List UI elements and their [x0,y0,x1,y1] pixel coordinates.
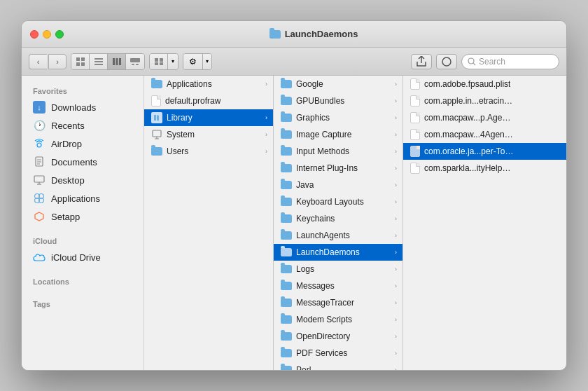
sidebar-item-icloud-drive-label: iCloud Drive [51,252,101,263]
sidebar-item-documents[interactable]: Documents [24,153,141,171]
action-button[interactable]: ⚙ ▾ [183,53,212,70]
search-placeholder: Search [479,57,505,67]
col2-internet-plug-ins[interactable]: Internet Plug-Ins › [274,160,402,177]
folder-icon [281,349,292,357]
svg-rect-3 [81,62,85,66]
tag-button[interactable] [436,54,457,69]
chevron-right-icon: › [395,215,397,222]
chevron-right-icon: › [395,131,397,138]
folder-icon [281,265,292,273]
traffic-lights [30,30,64,39]
folder-icon [281,198,292,206]
recents-icon: 🕐 [33,119,46,132]
share-button[interactable] [411,54,432,69]
col2-perl-label: Perl [296,365,311,370]
col3-sparkle-helper-label: com.sparkla...ityHelper.plist [424,163,515,173]
folder-icon [281,231,292,240]
col2-image-capture[interactable]: Image Capture › [274,126,402,143]
col2-input-methods[interactable]: Input Methods › [274,143,402,160]
sidebar-item-applications[interactable]: Applications [24,189,141,207]
sidebar-item-icloud-drive[interactable]: iCloud Drive [24,248,141,266]
column-1: Applications › default.profraw Library › [144,76,274,370]
col3-macpaw-4agent-label: com.macpaw...4Agent.plist [424,130,515,139]
col1-default-profraw[interactable]: default.profraw [144,92,273,109]
sidebar-item-recents-label: Recents [51,121,85,131]
col1-library-label: Library [167,113,192,123]
col3-macpaw-4agent[interactable]: com.macpaw...4Agent.plist [403,126,566,143]
col2-perl[interactable]: Perl › [274,362,402,370]
col2-launchdaemons[interactable]: LaunchDaemons › [274,244,402,261]
col3-oracle-tool[interactable]: com.oracle.ja...per-Tool.plist [403,143,566,160]
folder-icon [281,130,292,139]
col2-messages[interactable]: Messages › [274,277,402,294]
col2-keyboard-layouts[interactable]: Keyboard Layouts › [274,193,402,210]
sidebar-item-setapp[interactable]: Setapp [24,207,141,226]
col2-modem-scripts[interactable]: Modem Scripts › [274,311,402,328]
gear-icon[interactable]: ⚙ [183,54,203,69]
col2-logs[interactable]: Logs › [274,261,402,277]
view-options-button[interactable]: ▾ [149,53,178,70]
folder-icon [281,214,292,223]
col1-library[interactable]: Library › [144,109,273,126]
close-button[interactable] [30,30,38,39]
column-3: com.adobe.fpsaud.plist com.apple.in...et… [403,76,566,370]
svg-rect-7 [113,58,115,65]
list-view-button[interactable] [90,54,108,69]
gallery-view-button[interactable] [126,54,144,69]
col2-pdf-services[interactable]: PDF Services › [274,345,402,362]
svg-rect-6 [94,64,103,65]
view-options-main[interactable] [150,54,168,69]
col2-graphics[interactable]: Graphics › [274,109,402,126]
col2-messagetracer[interactable]: MessageTracer › [274,294,402,311]
svg-rect-0 [76,57,80,61]
chevron-right-icon: › [265,81,267,88]
view-options-arrow[interactable]: ▾ [168,54,178,69]
locations-section-title: Locations [22,272,144,289]
col3-macpaw-agent[interactable]: com.macpaw...p.Agent.plist [403,109,566,126]
back-button[interactable]: ‹ [29,54,47,69]
col2-opendirectory[interactable]: OpenDirectory › [274,328,402,345]
gear-arrow-icon[interactable]: ▾ [203,54,211,69]
col1-system[interactable]: System › [144,126,273,143]
forward-button[interactable]: › [48,54,66,69]
folder-icon [281,366,292,370]
folder-icon [281,80,292,88]
col2-pdf-services-label: PDF Services [296,348,347,358]
svg-rect-14 [160,58,163,62]
system-icon [151,129,162,140]
minimize-button[interactable] [43,30,51,39]
svg-rect-16 [160,62,163,65]
maximize-button[interactable] [55,30,64,39]
sidebar-item-downloads[interactable]: ↓ Downloads [24,98,141,116]
sidebar-item-airdrop[interactable]: AirDrop [24,135,141,153]
column-view-button[interactable] [108,54,126,69]
nav-buttons: ‹ › [29,54,66,69]
col3-sparkle-helper[interactable]: com.sparkla...ityHelper.plist [403,160,566,177]
col2-launchagents[interactable]: LaunchAgents › [274,227,402,244]
col2-internet-plug-ins-label: Internet Plug-Ins [296,163,358,173]
chevron-right-icon: › [395,366,397,370]
col1-users[interactable]: Users › [144,143,273,160]
col2-keychains-label: Keychains [296,214,335,224]
sidebar-item-desktop[interactable]: Desktop [24,171,141,189]
folder-icon [281,299,292,307]
search-box[interactable]: Search [461,54,559,69]
col2-java[interactable]: Java › [274,177,402,193]
col2-gpubundles[interactable]: GPUBundles › [274,92,402,109]
desktop-icon [33,174,46,186]
col2-modem-scripts-label: Modem Scripts [296,315,352,324]
chevron-right-icon: › [395,198,397,205]
documents-icon [33,156,46,168]
svg-rect-8 [115,58,118,65]
sidebar-item-recents[interactable]: 🕐 Recents [24,116,141,135]
col3-apple-etracing[interactable]: com.apple.in...etracing.plist [403,92,566,109]
col2-google[interactable]: Google › [274,76,402,92]
folder-icon [281,114,292,122]
icon-view-button[interactable] [71,54,90,69]
folder-icon [281,164,292,172]
col2-keychains[interactable]: Keychains › [274,210,402,227]
svg-rect-10 [130,58,140,62]
col1-applications[interactable]: Applications › [144,76,273,92]
chevron-right-icon: › [265,131,267,138]
col3-adobe-fpsaud[interactable]: com.adobe.fpsaud.plist [403,76,566,92]
